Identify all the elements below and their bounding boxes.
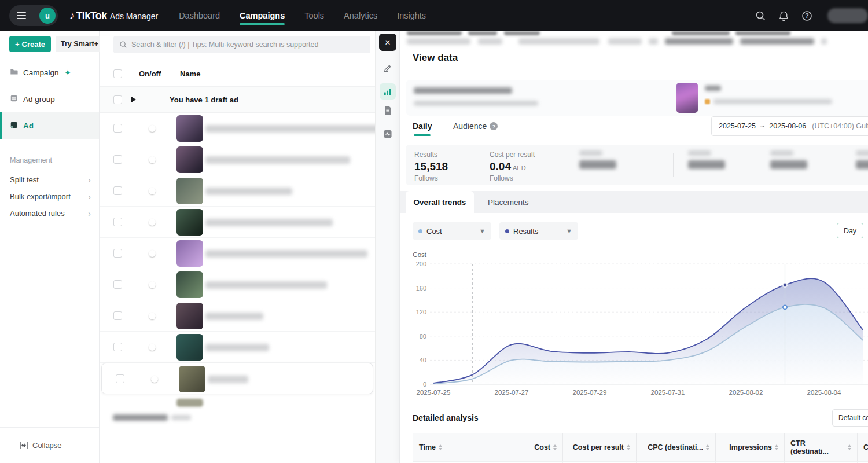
notifications-icon[interactable] <box>778 10 789 21</box>
ad-row[interactable] <box>100 175 375 207</box>
column-label: Time <box>419 443 436 451</box>
tab-placements[interactable]: Placements <box>488 191 529 213</box>
row-checkbox[interactable] <box>113 186 122 195</box>
sidebar-item-split-test[interactable]: Split test› <box>0 171 99 188</box>
metric-selector-cost[interactable]: Cost ▼ <box>413 222 491 240</box>
brand-suffix: Ads Manager <box>110 12 158 21</box>
ad-thumbnail <box>176 115 203 142</box>
metric-selector-results[interactable]: Results ▼ <box>499 222 578 240</box>
ad-row[interactable] <box>100 300 375 332</box>
create-button[interactable]: + Create <box>9 36 51 52</box>
ad-row[interactable] <box>100 269 375 300</box>
default-columns-button[interactable]: Default colu <box>832 409 868 427</box>
tab-overall-trends[interactable]: Overall trends <box>406 191 474 213</box>
svg-text:2025-07-29: 2025-07-29 <box>573 389 607 396</box>
report-icon[interactable] <box>384 106 392 115</box>
search-icon[interactable] <box>755 10 766 21</box>
column-header-time[interactable]: Time <box>413 433 490 461</box>
tab-daily[interactable]: Daily <box>413 122 432 131</box>
ad-row[interactable] <box>100 207 375 238</box>
redacted-text <box>713 99 832 104</box>
column-header-cpc-destinati-[interactable]: CPC (destinati... <box>637 433 716 461</box>
nav-item-dashboard[interactable]: Dashboard <box>179 1 220 30</box>
sort-icon[interactable] <box>706 444 709 450</box>
close-panel-button[interactable]: ✕ <box>379 34 396 51</box>
granularity-day-button[interactable]: Day <box>837 223 863 238</box>
help-icon[interactable]: ? <box>801 10 812 21</box>
sidebar-item-automated-rules[interactable]: Automated rules› <box>0 205 99 222</box>
ad-thumbnail <box>176 146 203 173</box>
date-range-picker[interactable]: 2025-07-25 ~ 2025-08-06 (UTC+04:00) Gulf… <box>711 116 868 136</box>
row-checkbox[interactable] <box>113 311 122 320</box>
search-icon <box>119 41 127 49</box>
draft-ads-row[interactable]: You have 1 draft ad <box>100 87 375 113</box>
row-checkbox[interactable] <box>113 155 122 164</box>
row-checkbox[interactable] <box>116 374 124 383</box>
row-checkbox[interactable] <box>113 124 122 133</box>
sort-icon[interactable] <box>439 444 442 450</box>
expand-triangle-icon[interactable] <box>131 97 136 102</box>
column-header-cost-per-result[interactable]: Cost per result <box>563 433 637 461</box>
trend-chart: 04080120160200Cost2025-07-252025-07-2720… <box>400 250 868 400</box>
sort-icon[interactable] <box>627 444 630 450</box>
hamburger-icon[interactable] <box>17 12 26 19</box>
chart-icon[interactable] <box>380 83 396 100</box>
row-checkbox[interactable] <box>113 343 122 351</box>
ad-rows <box>100 113 375 394</box>
column-header-cost[interactable]: Cost <box>490 433 563 461</box>
edit-icon[interactable] <box>383 64 392 72</box>
collapse-icon <box>20 442 28 449</box>
sort-icon[interactable] <box>775 444 778 450</box>
row-checkbox[interactable] <box>113 280 122 289</box>
redacted-tab <box>735 31 790 35</box>
try-smart-button[interactable]: Try Smart+ <box>56 36 104 52</box>
detailed-analysis-title: Detailed analysis <box>413 413 479 422</box>
row-checkbox[interactable] <box>113 218 122 226</box>
chevron-down-icon: ▼ <box>566 227 572 234</box>
top-navbar: u ♪ TikTok Ads Manager DashboardCampaign… <box>0 0 868 31</box>
sidebar-item-bulk-export-import[interactable]: Bulk export/import› <box>0 188 99 205</box>
avatar[interactable]: u <box>39 8 56 24</box>
redacted-text <box>608 38 642 45</box>
column-header-c[interactable]: C <box>858 433 868 461</box>
select-all-checkbox[interactable] <box>113 69 122 78</box>
column-header-impressions[interactable]: Impressions <box>716 433 785 461</box>
brand-name: TikTok <box>76 10 107 22</box>
results-legend-dot <box>505 229 509 233</box>
search-filter-bar[interactable]: Search & filter (/) | Tips: Multi-keywor… <box>113 36 370 53</box>
row-checkbox[interactable] <box>113 95 122 104</box>
row-checkbox[interactable] <box>113 249 122 258</box>
ad-row[interactable] <box>100 144 375 175</box>
redacted-text <box>518 38 599 45</box>
column-header-ctr-destinati-[interactable]: CTR (destinati... <box>785 433 858 461</box>
sidebar-item-campaign[interactable]: Campaign✦ <box>0 59 99 86</box>
nav-item-insights[interactable]: Insights <box>397 1 426 30</box>
sidebar-item-label: Bulk export/import <box>10 192 71 201</box>
nav-item-campaigns[interactable]: Campaigns <box>240 1 285 30</box>
column-name: Name <box>180 69 200 78</box>
sidebar-item-label: Campaign <box>23 68 59 77</box>
diagnostics-icon[interactable] <box>383 130 392 138</box>
ad-row[interactable] <box>100 238 375 269</box>
menu-avatar-pill[interactable]: u <box>9 5 58 26</box>
tiktok-ads-manager-app: u ♪ TikTok Ads Manager DashboardCampaign… <box>0 0 868 463</box>
redacted-text <box>856 160 868 169</box>
ad-row[interactable] <box>101 363 373 394</box>
nav-item-analytics[interactable]: Analytics <box>344 1 377 30</box>
tab-audience[interactable]: Audience ? <box>453 122 498 131</box>
chevron-down-icon: ▼ <box>479 227 486 234</box>
sidebar-item-ad[interactable]: Ad <box>0 112 99 139</box>
account-button-redacted[interactable] <box>827 8 868 23</box>
ad-row[interactable] <box>100 332 375 363</box>
sort-icon[interactable] <box>553 444 557 450</box>
redacted-text <box>770 160 807 169</box>
sidebar-item-ad-group[interactable]: Ad group <box>0 86 99 112</box>
ad-row[interactable] <box>100 113 375 144</box>
tiktok-logo: ♪ TikTok Ads Manager <box>69 9 158 22</box>
nav-item-tools[interactable]: Tools <box>304 1 324 30</box>
column-label: Impressions <box>729 443 772 451</box>
metric-sub-label: Follows <box>490 174 535 182</box>
sort-icon[interactable] <box>848 444 851 450</box>
sidebar-item-label: Automated rules <box>10 209 65 218</box>
collapse-sidebar-button[interactable]: Collapse <box>0 427 99 463</box>
